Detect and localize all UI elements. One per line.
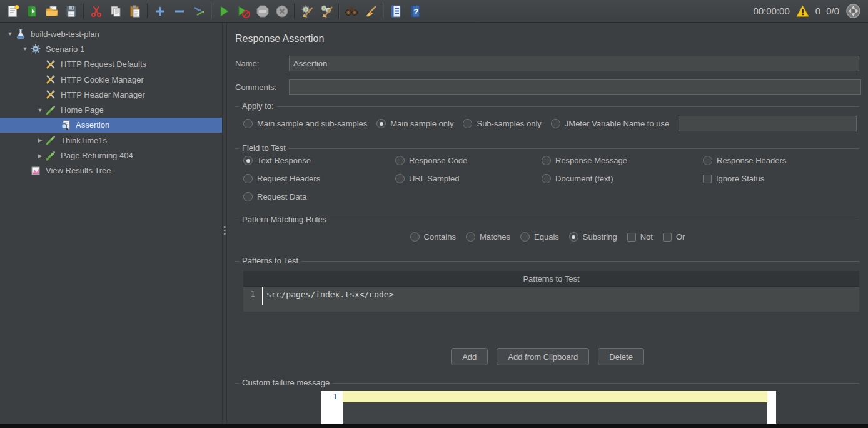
tree-item-http-cookie-manager[interactable]: HTTP Cookie Manager — [0, 72, 222, 87]
radio-icon — [376, 119, 386, 128]
start-no-pauses-icon[interactable] — [233, 2, 253, 21]
checkbox-ignore-status[interactable]: Ignore Status — [703, 174, 764, 183]
add-button[interactable]: Add — [451, 348, 488, 365]
field-to-test-fieldset: Field to Test — [235, 144, 859, 153]
tree-item-assertion[interactable]: Assertion — [0, 118, 222, 133]
radio-matches[interactable]: Matches — [466, 232, 510, 242]
checkbox-not[interactable]: Not — [627, 232, 653, 242]
cut-icon[interactable] — [86, 2, 106, 21]
thread-group-icon — [30, 43, 41, 54]
radio-request-data[interactable]: Request Data — [243, 192, 307, 201]
pattern-row-text[interactable]: src/pages/index.tsx</code> — [263, 287, 394, 302]
radio-url-sampled[interactable]: URL Sampled — [395, 174, 459, 183]
paste-icon[interactable] — [125, 2, 144, 21]
custom-failure-editor[interactable]: 1 — [321, 391, 776, 424]
radio-main-sample-and-sub-samples[interactable]: Main sample and sub-samples — [243, 119, 367, 128]
new-icon[interactable] — [3, 2, 23, 21]
tree-item-page-returning-404[interactable]: Page Returning 404 — [0, 148, 222, 163]
apply-to-options: Main sample and sub-samples Main sample … — [243, 116, 857, 131]
patterns-table: Patterns to Test 1 src/pages/index.tsx</… — [243, 271, 859, 312]
chevron-down-icon[interactable] — [20, 46, 30, 52]
search-reset-icon[interactable] — [361, 2, 380, 21]
radio-document-text[interactable]: Document (text) — [542, 174, 613, 183]
radio-sub-samples-only[interactable]: Sub-samples only — [463, 119, 541, 128]
tree-item-home-page[interactable]: Home Page — [0, 102, 222, 117]
editor-current-line-highlight[interactable] — [343, 391, 767, 402]
pattern-matching-rules-legend: Pattern Matching Rules — [239, 215, 330, 224]
tree-item-view-results-tree[interactable]: View Results Tree — [0, 163, 222, 178]
radio-icon — [520, 232, 530, 242]
checkbox-icon — [627, 233, 636, 242]
delete-button[interactable]: Delete — [598, 348, 644, 365]
tree-item-test-plan[interactable]: build-web-test-plan — [0, 26, 222, 41]
test-activity-indicator-icon — [845, 3, 862, 19]
pattern-row[interactable]: 1 src/pages/index.tsx</code> — [243, 287, 859, 302]
radio-icon — [466, 232, 475, 242]
search-icon[interactable] — [341, 2, 361, 21]
radio-text-response[interactable]: Text Response — [243, 156, 311, 165]
fieldset-line — [235, 261, 859, 262]
templates-icon[interactable] — [23, 2, 42, 21]
editor-text-area[interactable] — [343, 402, 767, 424]
help-icon[interactable]: ? — [405, 2, 425, 21]
tree-item-label: build-web-test-plan — [31, 29, 99, 39]
start-icon[interactable] — [214, 2, 233, 21]
function-helper-icon[interactable] — [386, 2, 405, 21]
radio-main-sample-only[interactable]: Main sample only — [376, 119, 453, 128]
splitter-grip-icon[interactable] — [224, 226, 226, 235]
radio-request-headers[interactable]: Request Headers — [243, 174, 320, 183]
warning-icon[interactable] — [795, 4, 810, 18]
tree-item-label: HTTP Request Defaults — [61, 59, 146, 69]
config-icon — [45, 74, 56, 85]
test-plan-icon — [15, 28, 26, 39]
checkbox-icon — [663, 233, 672, 242]
assertion-icon — [60, 120, 71, 131]
radio-response-message[interactable]: Response Message — [542, 156, 627, 165]
radio-icon — [569, 232, 578, 242]
tree-splitter[interactable] — [222, 23, 227, 424]
expand-all-icon[interactable] — [150, 2, 169, 21]
patterns-to-test-fieldset: Patterns to Test — [235, 257, 859, 265]
add-from-clipboard-button[interactable]: Add from Clipboard — [497, 348, 589, 365]
custom-failure-message-fieldset: Custom failure message — [235, 379, 859, 387]
radio-response-headers[interactable]: Response Headers — [703, 156, 786, 165]
collapse-all-icon[interactable] — [169, 2, 189, 21]
chevron-right-icon[interactable] — [35, 137, 45, 143]
patterns-table-body[interactable]: 1 src/pages/index.tsx</code> — [243, 287, 859, 312]
jmeter-window: ? 00:00:00 0 0/0 build-web-test-plan Sce… — [0, 0, 868, 428]
tree-item-http-request-defaults[interactable]: HTTP Request Defaults — [0, 57, 222, 72]
clear-all-icon[interactable] — [316, 2, 336, 21]
tree-item-http-header-manager[interactable]: HTTP Header Manager — [0, 87, 222, 102]
tree-item-label: View Results Tree — [46, 166, 111, 175]
window-bottom-edge — [0, 424, 868, 428]
jmeter-variable-input[interactable] — [679, 116, 857, 131]
shutdown-icon — [272, 2, 291, 21]
editor-scrollbar[interactable] — [767, 391, 776, 424]
radio-response-code[interactable]: Response Code — [395, 156, 467, 165]
toggle-icon[interactable] — [189, 2, 208, 21]
open-icon[interactable] — [42, 2, 61, 21]
name-input[interactable] — [289, 56, 859, 71]
radio-equals[interactable]: Equals — [520, 232, 559, 242]
svg-text:?: ? — [413, 7, 418, 16]
radio-contains[interactable]: Contains — [410, 232, 456, 242]
apply-to-legend: Apply to: — [239, 102, 277, 111]
pattern-rules-options: Contains Matches Equals Substring Not Or — [227, 232, 868, 242]
radio-jmeter-variable-name[interactable]: JMeter Variable Name to use — [551, 119, 669, 128]
checkbox-or[interactable]: Or — [663, 232, 685, 242]
copy-icon[interactable] — [106, 2, 125, 21]
chevron-down-icon[interactable] — [5, 31, 15, 37]
radio-substring[interactable]: Substring — [569, 232, 617, 242]
clear-icon[interactable] — [297, 2, 316, 21]
radio-icon — [542, 156, 551, 165]
save-icon[interactable] — [61, 2, 81, 21]
sampler-icon — [45, 135, 56, 146]
radio-icon — [395, 156, 405, 165]
tree-item-scenario-1[interactable]: Scenario 1 — [0, 41, 222, 56]
chevron-right-icon[interactable] — [35, 153, 45, 159]
toolbar-separator — [294, 4, 295, 19]
chevron-down-icon[interactable] — [35, 107, 45, 113]
comments-input[interactable] — [289, 79, 861, 95]
radio-icon — [243, 174, 253, 183]
tree-item-thinktime1s[interactable]: ThinkTime1s — [0, 133, 222, 148]
